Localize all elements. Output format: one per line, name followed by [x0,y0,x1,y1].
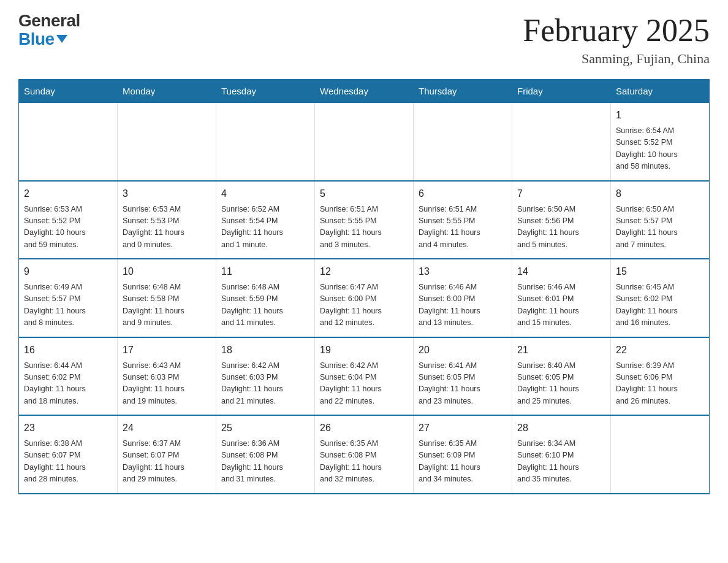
location-title: Sanming, Fujian, China [523,51,710,67]
day-info: Sunrise: 6:37 AM Sunset: 6:07 PM Dayligh… [123,438,211,486]
day-number: 7 [517,186,605,201]
calendar-cell: 24Sunrise: 6:37 AM Sunset: 6:07 PM Dayli… [118,415,216,494]
calendar-cell: 20Sunrise: 6:41 AM Sunset: 6:05 PM Dayli… [414,337,512,416]
day-info: Sunrise: 6:51 AM Sunset: 5:55 PM Dayligh… [419,204,507,251]
day-number: 12 [320,264,408,279]
day-info: Sunrise: 6:50 AM Sunset: 5:57 PM Dayligh… [616,204,704,251]
day-info: Sunrise: 6:39 AM Sunset: 6:06 PM Dayligh… [616,360,704,408]
day-info: Sunrise: 6:35 AM Sunset: 6:09 PM Dayligh… [419,438,507,486]
day-number: 28 [517,421,605,435]
calendar-day-header: Friday [512,80,611,103]
day-number: 24 [123,421,211,435]
calendar-day-header: Monday [118,80,216,103]
calendar-cell [512,103,611,181]
calendar-header-row: SundayMondayTuesdayWednesdayThursdayFrid… [19,80,710,103]
calendar-cell: 22Sunrise: 6:39 AM Sunset: 6:06 PM Dayli… [611,337,710,416]
day-number: 14 [517,264,605,279]
day-info: Sunrise: 6:35 AM Sunset: 6:08 PM Dayligh… [320,438,408,486]
day-number: 19 [320,343,408,358]
calendar-week-row: 1Sunrise: 6:54 AM Sunset: 5:52 PM Daylig… [19,103,710,181]
calendar-cell: 13Sunrise: 6:46 AM Sunset: 6:00 PM Dayli… [414,259,512,337]
day-number: 20 [419,343,507,358]
day-number: 23 [24,421,112,435]
day-info: Sunrise: 6:43 AM Sunset: 6:03 PM Dayligh… [123,360,211,408]
day-number: 3 [123,186,211,201]
calendar-cell: 26Sunrise: 6:35 AM Sunset: 6:08 PM Dayli… [315,415,414,494]
day-info: Sunrise: 6:54 AM Sunset: 5:52 PM Dayligh… [616,125,704,173]
day-number: 16 [24,343,112,358]
day-number: 15 [616,264,704,279]
calendar-day-header: Sunday [19,80,118,103]
day-info: Sunrise: 6:53 AM Sunset: 5:52 PM Dayligh… [24,204,112,251]
day-number: 5 [320,186,408,201]
calendar-cell: 18Sunrise: 6:42 AM Sunset: 6:03 PM Dayli… [216,337,315,416]
calendar-day-header: Wednesday [315,80,414,103]
day-number: 9 [24,264,112,279]
calendar-cell [414,103,512,181]
calendar-cell [118,103,216,181]
calendar-day-header: Tuesday [216,80,315,103]
day-info: Sunrise: 6:52 AM Sunset: 5:54 PM Dayligh… [221,204,309,251]
day-number: 17 [123,343,211,358]
logo-blue-text: Blue [18,31,55,48]
calendar-cell: 10Sunrise: 6:48 AM Sunset: 5:58 PM Dayli… [118,259,216,337]
day-number: 21 [517,343,605,358]
day-info: Sunrise: 6:42 AM Sunset: 6:04 PM Dayligh… [320,360,408,408]
calendar-week-row: 23Sunrise: 6:38 AM Sunset: 6:07 PM Dayli… [19,415,710,494]
day-info: Sunrise: 6:46 AM Sunset: 6:01 PM Dayligh… [517,282,605,329]
day-number: 4 [221,186,309,201]
calendar-cell: 21Sunrise: 6:40 AM Sunset: 6:05 PM Dayli… [512,337,611,416]
calendar-cell: 4Sunrise: 6:52 AM Sunset: 5:54 PM Daylig… [216,181,315,259]
calendar-cell: 23Sunrise: 6:38 AM Sunset: 6:07 PM Dayli… [19,415,118,494]
calendar-cell [315,103,414,181]
day-info: Sunrise: 6:36 AM Sunset: 6:08 PM Dayligh… [221,438,309,486]
day-number: 1 [616,108,704,123]
calendar-week-row: 16Sunrise: 6:44 AM Sunset: 6:02 PM Dayli… [19,337,710,416]
calendar-cell: 7Sunrise: 6:50 AM Sunset: 5:56 PM Daylig… [512,181,611,259]
day-number: 18 [221,343,309,358]
day-info: Sunrise: 6:53 AM Sunset: 5:53 PM Dayligh… [123,204,211,251]
day-number: 13 [419,264,507,279]
calendar-cell [611,415,710,494]
day-info: Sunrise: 6:50 AM Sunset: 5:56 PM Dayligh… [517,204,605,251]
day-info: Sunrise: 6:41 AM Sunset: 6:05 PM Dayligh… [419,360,507,408]
day-number: 6 [419,186,507,201]
page-header: General Blue February 2025 Sanming, Fuji… [18,12,710,67]
calendar-cell: 11Sunrise: 6:48 AM Sunset: 5:59 PM Dayli… [216,259,315,337]
calendar-table: SundayMondayTuesdayWednesdayThursdayFrid… [18,79,710,494]
day-number: 26 [320,421,408,435]
calendar-cell: 16Sunrise: 6:44 AM Sunset: 6:02 PM Dayli… [19,337,118,416]
day-number: 25 [221,421,309,435]
day-number: 10 [123,264,211,279]
calendar-cell: 5Sunrise: 6:51 AM Sunset: 5:55 PM Daylig… [315,181,414,259]
day-number: 8 [616,186,704,201]
calendar-cell: 25Sunrise: 6:36 AM Sunset: 6:08 PM Dayli… [216,415,315,494]
day-info: Sunrise: 6:48 AM Sunset: 5:59 PM Dayligh… [221,282,309,329]
logo-arrow-icon [56,35,67,43]
day-number: 27 [419,421,507,435]
calendar-cell: 3Sunrise: 6:53 AM Sunset: 5:53 PM Daylig… [118,181,216,259]
calendar-cell: 1Sunrise: 6:54 AM Sunset: 5:52 PM Daylig… [611,103,710,181]
calendar-week-row: 9Sunrise: 6:49 AM Sunset: 5:57 PM Daylig… [19,259,710,337]
calendar-cell [19,103,118,181]
day-info: Sunrise: 6:51 AM Sunset: 5:55 PM Dayligh… [320,204,408,251]
day-number: 11 [221,264,309,279]
calendar-cell [216,103,315,181]
day-info: Sunrise: 6:44 AM Sunset: 6:02 PM Dayligh… [24,360,112,408]
logo: General Blue [18,12,80,48]
calendar-cell: 17Sunrise: 6:43 AM Sunset: 6:03 PM Dayli… [118,337,216,416]
calendar-cell: 27Sunrise: 6:35 AM Sunset: 6:09 PM Dayli… [414,415,512,494]
day-info: Sunrise: 6:34 AM Sunset: 6:10 PM Dayligh… [517,438,605,486]
day-info: Sunrise: 6:47 AM Sunset: 6:00 PM Dayligh… [320,282,408,329]
day-info: Sunrise: 6:40 AM Sunset: 6:05 PM Dayligh… [517,360,605,408]
logo-general-text: General [18,12,80,29]
calendar-cell: 14Sunrise: 6:46 AM Sunset: 6:01 PM Dayli… [512,259,611,337]
calendar-day-header: Saturday [611,80,710,103]
day-info: Sunrise: 6:46 AM Sunset: 6:00 PM Dayligh… [419,282,507,329]
day-info: Sunrise: 6:45 AM Sunset: 6:02 PM Dayligh… [616,282,704,329]
calendar-cell: 9Sunrise: 6:49 AM Sunset: 5:57 PM Daylig… [19,259,118,337]
calendar-cell: 6Sunrise: 6:51 AM Sunset: 5:55 PM Daylig… [414,181,512,259]
month-title: February 2025 [523,12,710,48]
calendar-day-header: Thursday [414,80,512,103]
day-number: 22 [616,343,704,358]
